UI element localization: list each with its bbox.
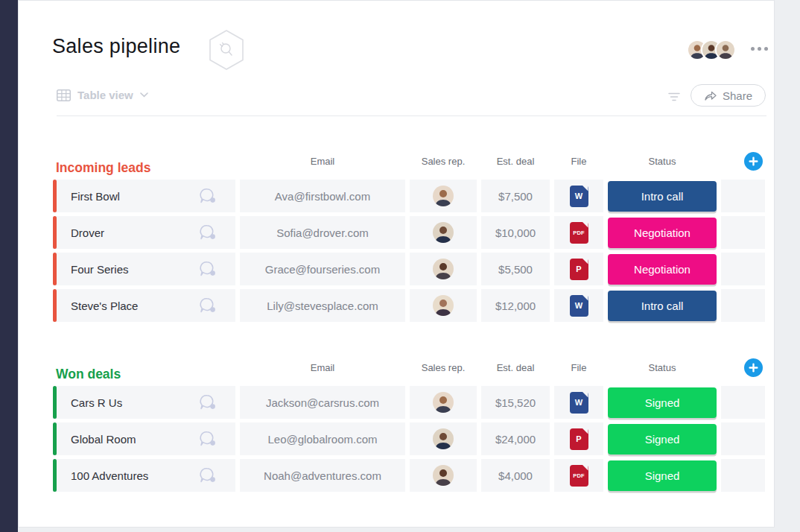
page-title: Sales pipeline [52,35,180,58]
deal-cell[interactable]: $15,520 [481,386,550,419]
email-text: Sofia@drover.com [276,227,369,239]
chat-bubble-icon[interactable] [198,261,218,277]
table-row: DroverSofia@drover.com$10,000PDFNegotiat… [53,216,765,249]
plus-icon [749,156,758,166]
status-badge[interactable]: Signed [608,460,717,491]
column-header-file: File [554,156,603,167]
deal-cell[interactable]: $12,000 [481,289,550,322]
status-badge[interactable]: Negotiation [608,218,717,248]
file-label: W [575,398,583,407]
add-item-button[interactable] [744,358,763,377]
board-badge-hexagon-icon [206,28,247,72]
rep-cell[interactable] [410,386,477,419]
status-label: Signed [645,433,680,446]
app-sidebar-strip [0,0,18,532]
view-switcher[interactable]: Table view [57,89,148,101]
deal-cell[interactable]: $24,000 [481,422,550,455]
email-cell[interactable]: Ava@firstbowl.com [240,180,405,212]
filter-icon[interactable] [668,91,680,104]
spacer-cell [721,253,765,285]
company-name: 100 Adventures [71,469,148,482]
email-cell[interactable]: Noah@adventures.com [240,459,405,492]
chat-bubble-icon[interactable] [198,224,218,241]
chat-bubble-icon[interactable] [198,188,218,204]
email-cell[interactable]: Lily@stevesplace.com [240,289,405,322]
company-cell[interactable]: 100 Adventures [53,459,235,492]
board-members-avatars [687,39,736,60]
email-cell[interactable]: Leo@globalroom.com [240,422,405,455]
file-icon-pdf: PDF [570,465,588,487]
group-color-bar [53,253,57,285]
status-cell: Signed [608,386,717,419]
chat-bubble-icon[interactable] [198,297,218,314]
rep-cell[interactable] [410,422,477,455]
email-text: Jackson@carsrus.com [266,396,379,409]
email-cell[interactable]: Jackson@carsrus.com [240,386,405,419]
spacer-cell [721,386,765,419]
file-cell[interactable]: W [554,386,603,419]
chat-bubble-icon[interactable] [198,394,218,411]
email-cell[interactable]: Sofia@drover.com [240,216,405,249]
company-cell[interactable]: First Bowl [53,180,235,212]
more-options-icon[interactable] [751,47,768,51]
deal-cell[interactable]: $7,500 [481,180,550,212]
deal-cell[interactable]: $10,000 [481,216,550,249]
status-badge[interactable]: Intro call [608,181,717,212]
file-fold-corner [582,295,588,301]
email-text: Noah@adventures.com [264,469,381,482]
company-cell[interactable]: Four Series [53,253,235,285]
board-groups: Incoming leadsEmailSales rep.Est. dealFi… [53,152,765,495]
email-cell[interactable]: Grace@fourseries.com [240,253,405,285]
file-label: W [575,191,583,200]
email-text: Leo@globalroom.com [268,433,378,446]
company-cell[interactable]: Cars R Us [53,386,235,419]
company-name: Global Room [71,433,136,446]
rep-cell[interactable] [410,216,477,249]
rep-cell[interactable] [410,253,477,285]
group-header: Won dealsEmailSales rep.Est. dealFileSta… [53,358,765,376]
table-row: 100 AdventuresNoah@adventures.com$4,000P… [53,459,765,492]
rep-cell[interactable] [410,180,477,212]
company-name: Cars R Us [71,396,122,409]
spacer-cell [721,459,765,492]
sales-rep-avatar [433,465,454,486]
share-button[interactable]: Share [691,84,766,107]
deal-cell[interactable]: $4,000 [481,459,550,492]
status-badge[interactable]: Signed [608,387,717,418]
add-item-button[interactable] [744,152,763,171]
group-color-bar [53,216,57,249]
status-badge[interactable]: Intro call [608,291,717,321]
file-cell[interactable]: PDF [554,459,603,492]
status-cell: Signed [608,459,717,492]
table-row: Global RoomLeo@globalroom.com$24,000PSig… [53,422,765,455]
file-label: P [576,434,582,443]
status-label: Intro call [641,300,684,312]
table-row: Four SeriesGrace@fourseries.com$5,500PNe… [53,253,765,285]
deal-value: $24,000 [495,433,536,446]
sales-rep-avatar [433,428,454,449]
file-icon-powerpoint: P [570,259,588,280]
status-badge[interactable]: Negotiation [608,254,717,285]
rep-cell[interactable] [410,289,477,322]
chat-bubble-icon[interactable] [198,467,218,484]
rep-cell[interactable] [410,459,477,492]
file-cell[interactable]: W [554,180,603,212]
file-cell[interactable]: PDF [554,216,603,249]
deal-cell[interactable]: $5,500 [481,253,550,285]
company-cell[interactable]: Drover [53,216,235,249]
share-arrow-icon [704,90,717,101]
company-cell[interactable]: Global Room [53,422,235,455]
status-cell: Signed [608,422,717,455]
view-label: Table view [77,89,133,101]
column-header-est-deal: Est. deal [481,156,550,167]
add-cell [721,358,765,377]
file-icon-word: W [570,392,588,414]
file-cell[interactable]: W [554,289,603,322]
status-cell: Intro call [608,289,717,322]
file-cell[interactable]: P [554,422,603,455]
status-badge[interactable]: Signed [608,424,717,455]
chat-bubble-icon[interactable] [198,431,218,447]
file-icon-pdf: PDF [570,222,588,244]
company-cell[interactable]: Steve's Place [53,289,235,322]
file-cell[interactable]: P [554,253,603,285]
